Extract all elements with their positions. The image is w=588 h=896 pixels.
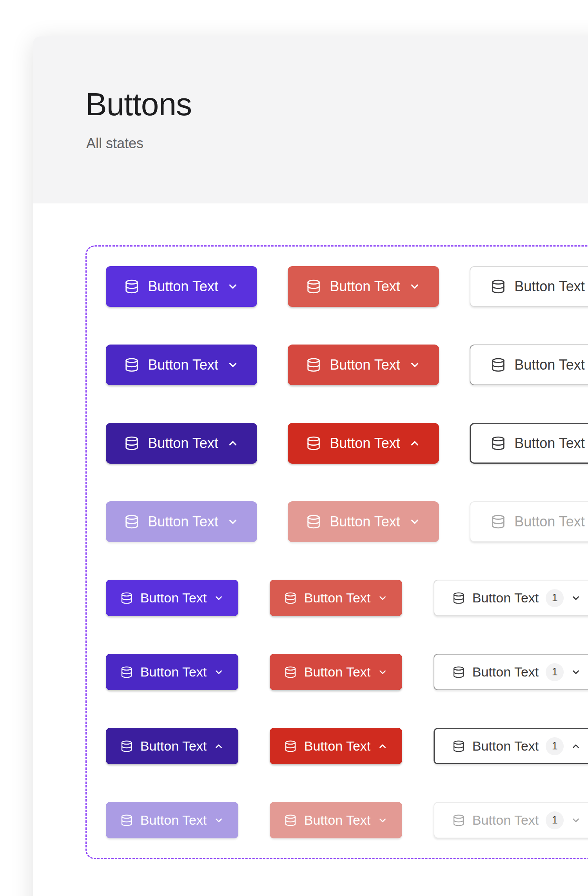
primary-button-default-large[interactable]: Button Text [106, 266, 257, 307]
database-icon [120, 592, 133, 604]
button-label: Button Text [472, 664, 539, 680]
danger-button-hover-large[interactable]: Button Text [288, 345, 439, 385]
chevron-down-icon [214, 815, 224, 825]
chevron-down-icon [571, 815, 581, 825]
count-badge: 1 [546, 589, 564, 607]
danger-button-disabled-small[interactable]: Button Text [270, 802, 402, 838]
database-icon [452, 666, 465, 678]
button-label: Button Text [148, 357, 218, 373]
primary-button-disabled-small[interactable]: Button Text [106, 802, 238, 838]
database-icon [306, 357, 321, 372]
button-label: Button Text [304, 813, 371, 828]
database-icon [306, 514, 321, 529]
outline-button-default-large[interactable]: Button Text [470, 266, 588, 307]
button-label: Button Text [304, 664, 371, 680]
database-icon [491, 357, 506, 372]
count-badge: 1 [546, 811, 564, 829]
database-icon [452, 592, 465, 604]
chevron-down-icon [214, 667, 224, 677]
database-icon [284, 814, 297, 827]
chevron-down-icon [571, 667, 581, 677]
database-icon [124, 357, 139, 372]
button-label: Button Text [514, 357, 584, 373]
button-label: Button Text [148, 513, 218, 530]
chevron-up-icon [377, 741, 388, 751]
button-row: Button TextButton TextButton Text1 [106, 654, 588, 690]
outline-button-pressed-small[interactable]: Button Text1 [434, 728, 588, 764]
chevron-down-icon [409, 516, 421, 528]
button-label: Button Text [330, 513, 400, 530]
button-label: Button Text [140, 738, 207, 754]
button-row: Button TextButton TextButton Text [106, 501, 588, 542]
database-icon [120, 740, 133, 753]
primary-button-pressed-large[interactable]: Button Text [106, 423, 257, 464]
button-row: Button TextButton TextButton Text1 [106, 728, 588, 764]
chevron-down-icon [409, 281, 421, 292]
chevron-up-icon [214, 741, 224, 751]
outline-button-disabled-small[interactable]: Button Text1 [434, 802, 588, 838]
danger-button-hover-small[interactable]: Button Text [270, 654, 402, 690]
chevron-down-icon [409, 359, 421, 371]
database-icon [452, 740, 465, 753]
chevron-up-icon [409, 437, 421, 449]
button-label: Button Text [140, 590, 207, 606]
chevron-down-icon [227, 359, 239, 371]
primary-button-pressed-small[interactable]: Button Text [106, 728, 238, 764]
page-subtitle: All states [86, 135, 143, 152]
count-badge: 1 [546, 737, 564, 755]
chevron-down-icon [227, 281, 239, 292]
database-icon [306, 436, 321, 451]
database-icon [284, 592, 297, 604]
database-icon [120, 666, 133, 678]
chevron-down-icon [214, 593, 224, 603]
danger-button-pressed-small[interactable]: Button Text [270, 728, 402, 764]
button-label: Button Text [472, 738, 539, 754]
danger-button-disabled-large[interactable]: Button Text [288, 501, 439, 542]
button-label: Button Text [330, 435, 400, 452]
button-row: Button TextButton TextButton Text1 [106, 580, 588, 616]
button-label: Button Text [140, 664, 207, 680]
database-icon [124, 514, 139, 529]
database-icon [491, 279, 506, 294]
chevron-down-icon [571, 593, 581, 603]
primary-button-hover-large[interactable]: Button Text [106, 345, 257, 385]
button-label: Button Text [330, 357, 400, 373]
database-icon [491, 436, 506, 451]
chevron-down-icon [377, 815, 388, 825]
outline-button-pressed-large[interactable]: Button Text [470, 423, 588, 464]
button-row: Button TextButton TextButton Text [106, 345, 588, 385]
chevron-up-icon [227, 437, 239, 449]
button-label: Button Text [148, 278, 218, 295]
primary-button-default-small[interactable]: Button Text [106, 580, 238, 616]
button-row: Button TextButton TextButton Text1 [106, 802, 588, 838]
chevron-down-icon [377, 667, 388, 677]
buttons-page-card: Buttons All states Button TextButton Tex… [33, 36, 588, 896]
page-header: Buttons All states [33, 36, 588, 203]
button-row: Button TextButton TextButton Text [106, 423, 588, 464]
chevron-down-icon [377, 593, 388, 603]
database-icon [124, 436, 139, 451]
primary-button-hover-small[interactable]: Button Text [106, 654, 238, 690]
database-icon [120, 814, 133, 827]
button-label: Button Text [304, 590, 371, 606]
database-icon [124, 279, 139, 294]
outline-button-default-small[interactable]: Button Text1 [434, 580, 588, 616]
outline-button-disabled-large[interactable]: Button Text [470, 501, 588, 542]
button-label: Button Text [514, 513, 584, 530]
danger-button-default-small[interactable]: Button Text [270, 580, 402, 616]
database-icon [491, 514, 506, 529]
primary-button-disabled-large[interactable]: Button Text [106, 501, 257, 542]
count-badge: 1 [546, 663, 564, 681]
chevron-down-icon [227, 516, 239, 528]
outline-button-hover-large[interactable]: Button Text [470, 345, 588, 385]
danger-button-pressed-large[interactable]: Button Text [288, 423, 439, 464]
database-icon [284, 666, 297, 678]
danger-button-default-large[interactable]: Button Text [288, 266, 439, 307]
button-states-frame: Button TextButton TextButton TextButton … [85, 245, 588, 859]
database-icon [452, 814, 465, 827]
database-icon [284, 740, 297, 753]
button-label: Button Text [330, 278, 400, 295]
chevron-up-icon [571, 741, 581, 751]
button-label: Button Text [514, 435, 584, 452]
outline-button-hover-small[interactable]: Button Text1 [434, 654, 588, 690]
